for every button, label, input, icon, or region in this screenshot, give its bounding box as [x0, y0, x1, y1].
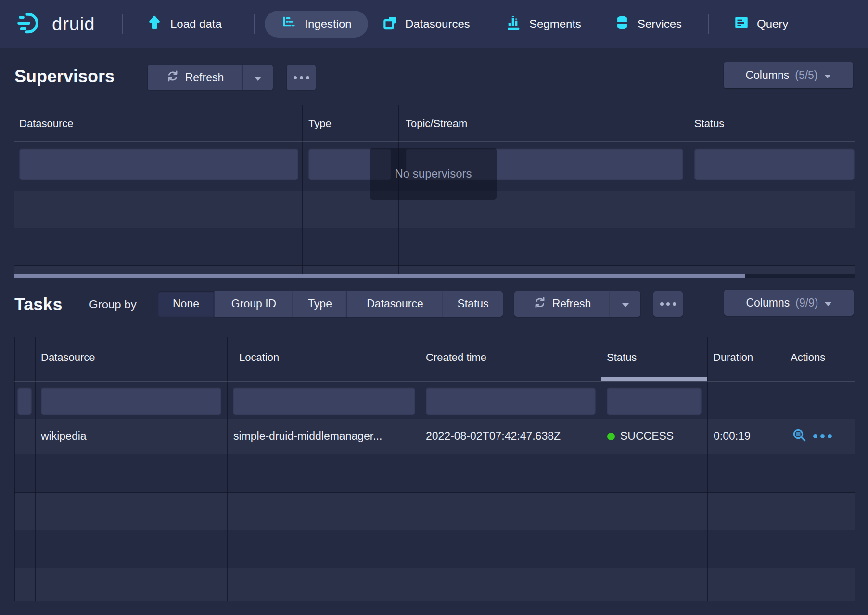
column-header-status[interactable]: Status	[694, 105, 724, 141]
supervisor-status-filter-input[interactable]	[694, 148, 855, 180]
scrollbar-thumb[interactable]	[14, 274, 745, 278]
more-icon	[294, 76, 309, 79]
magnifier-icon	[791, 427, 807, 446]
table-right-edge	[855, 337, 855, 601]
refresh-icon	[533, 296, 547, 312]
table-row	[14, 492, 855, 530]
header-divider	[14, 141, 855, 142]
columns-label: Columns	[746, 296, 790, 309]
task-actions-menu-button[interactable]	[813, 419, 832, 454]
nav-item-query[interactable]: Query	[733, 0, 788, 48]
column-header-datasource[interactable]: Datasource	[19, 105, 74, 141]
column-divider	[785, 337, 785, 601]
supervisors-columns-button[interactable]: Columns (5/5)	[724, 62, 853, 88]
load-data-icon	[146, 14, 163, 34]
group-by-group-id-button[interactable]: Group ID	[214, 291, 293, 317]
column-divider	[601, 337, 601, 601]
column-header-datasource[interactable]: Datasource	[41, 337, 95, 378]
tasks-more-button[interactable]	[653, 291, 683, 317]
sort-indicator	[601, 377, 707, 381]
row-divider	[14, 454, 855, 454]
nav-item-ingestion[interactable]: Ingestion	[265, 11, 368, 38]
column-header-topic-stream[interactable]: Topic/Stream	[406, 105, 467, 141]
nav-separator	[708, 14, 709, 34]
columns-label: Columns	[745, 69, 789, 82]
table-row	[14, 265, 855, 274]
group-by-datasource-button[interactable]: Datasource	[346, 291, 443, 317]
druid-logo-text: druid	[52, 14, 95, 35]
task-location-cell: simple-druid-middlemanager...	[233, 419, 382, 454]
caret-down-icon	[254, 71, 262, 84]
nav-item-label: Ingestion	[305, 17, 351, 31]
columns-count: (5/5)	[795, 69, 817, 82]
row-divider	[14, 228, 855, 228]
task-datasource-cell: wikipedia	[41, 419, 87, 454]
task-location-filter-input[interactable]	[233, 387, 415, 415]
column-divider	[421, 337, 421, 601]
nav-item-load-data[interactable]: Load data	[146, 0, 222, 48]
row-divider	[14, 568, 855, 568]
supervisors-refresh-caret-button[interactable]	[242, 65, 273, 90]
columns-count: (9/9)	[795, 296, 818, 309]
caret-down-icon	[824, 69, 831, 82]
group-by-type-button[interactable]: Type	[293, 291, 347, 317]
task-status-filter-input[interactable]	[607, 387, 702, 415]
table-left-edge	[14, 337, 15, 601]
header-divider	[14, 381, 855, 382]
nav-item-label: Services	[638, 17, 682, 31]
success-status-dot	[607, 433, 615, 440]
nav-item-segments[interactable]: Segments	[506, 0, 581, 48]
column-header-type[interactable]: Type	[308, 105, 332, 141]
nav-item-label: Datasources	[405, 17, 470, 31]
caret-down-icon	[622, 297, 629, 310]
caret-down-icon	[824, 296, 832, 309]
task-id-filter-input[interactable]	[17, 387, 32, 415]
top-nav: druid Load data Ingestion	[0, 0, 868, 48]
row-divider	[14, 601, 855, 601]
tasks-title: Tasks	[14, 295, 62, 315]
table-row	[14, 568, 855, 601]
column-header-created-time[interactable]: Created time	[426, 337, 486, 378]
column-header-duration[interactable]: Duration	[713, 337, 753, 378]
column-divider	[227, 337, 228, 601]
supervisors-title: Supervisors	[14, 66, 115, 87]
supervisors-refresh-button[interactable]: Refresh	[148, 65, 242, 90]
tasks-columns-button[interactable]: Columns (9/9)	[724, 290, 854, 316]
nav-item-datasources[interactable]: Datasources	[382, 0, 470, 48]
group-by-none-button[interactable]: None	[158, 291, 214, 317]
nav-separator	[122, 14, 123, 34]
refresh-icon	[166, 69, 179, 86]
refresh-label: Refresh	[552, 297, 591, 310]
supervisor-datasource-filter-input[interactable]	[19, 148, 298, 180]
task-datasource-filter-input[interactable]	[41, 387, 221, 415]
druid-logo-icon	[17, 11, 44, 38]
tasks-refresh-button[interactable]: Refresh	[514, 291, 610, 317]
group-by-label: Group by	[89, 298, 137, 311]
tasks-refresh-caret-button[interactable]	[610, 291, 640, 317]
task-created-time-filter-input[interactable]	[426, 387, 596, 415]
nav-item-label: Load data	[170, 17, 222, 31]
query-icon	[733, 14, 750, 34]
ingestion-icon	[281, 14, 297, 34]
supervisors-more-button[interactable]	[287, 65, 316, 90]
column-header-actions[interactable]: Actions	[791, 337, 825, 378]
task-detail-button[interactable]	[791, 419, 807, 454]
column-divider	[707, 337, 708, 601]
nav-item-services[interactable]: Services	[614, 0, 682, 48]
column-header-status[interactable]: Status	[607, 337, 637, 378]
services-icon	[614, 14, 630, 34]
column-divider	[35, 337, 36, 601]
task-status-cell: SUCCESS	[607, 419, 674, 454]
row-divider	[14, 265, 855, 266]
no-supervisors-message: No supervisors	[370, 148, 497, 200]
nav-item-label: Segments	[529, 17, 581, 31]
refresh-label: Refresh	[185, 71, 224, 84]
druid-logo[interactable]: druid	[17, 0, 95, 48]
row-divider	[14, 492, 855, 493]
group-by-status-button[interactable]: Status	[443, 291, 503, 317]
column-header-location[interactable]: Location	[239, 337, 279, 378]
task-status-text: SUCCESS	[620, 430, 674, 443]
task-created-time-cell: 2022-08-02T07:42:47.638Z	[426, 419, 561, 454]
column-divider	[688, 105, 688, 274]
nav-item-label: Query	[757, 17, 788, 31]
